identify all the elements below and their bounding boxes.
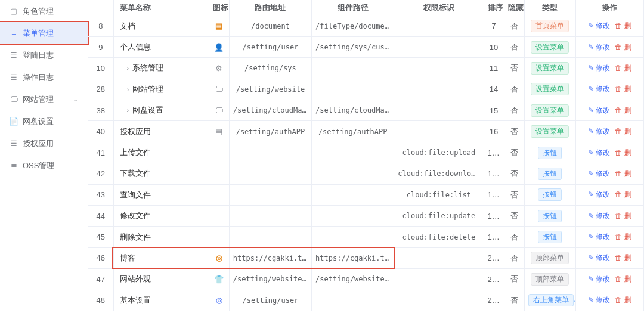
cell-type: 按钮 bbox=[524, 184, 575, 205]
row-icon: ◎ bbox=[216, 296, 222, 305]
delete-button[interactable]: 🗑 删 bbox=[615, 212, 631, 220]
delete-button[interactable]: 🗑 删 bbox=[615, 190, 631, 199]
delete-button[interactable]: 🗑 删 bbox=[615, 64, 631, 72]
edit-button[interactable]: ✎ 修改 bbox=[588, 275, 610, 283]
cell-sort: 15 bbox=[484, 100, 504, 121]
cell-name[interactable]: 授权应用 bbox=[113, 121, 209, 142]
table-row: 47网站外观👕/setting/website/ma…/setting/webs… bbox=[88, 269, 644, 290]
edit-button[interactable]: ✎ 修改 bbox=[588, 253, 610, 262]
delete-button[interactable]: 🗑 删 bbox=[615, 85, 631, 93]
delete-button[interactable]: 🗑 删 bbox=[615, 21, 631, 30]
expand-icon[interactable]: › bbox=[127, 107, 129, 114]
cell-name[interactable]: 网站外观 bbox=[113, 269, 209, 290]
cell-sort: 200 bbox=[484, 247, 504, 268]
expand-icon[interactable]: › bbox=[127, 86, 129, 93]
cell-icon bbox=[209, 184, 229, 205]
cell-cpath: /fileType/document bbox=[312, 16, 394, 36]
cell-index: 42 bbox=[88, 163, 113, 184]
cell-sort: 201 bbox=[484, 269, 504, 290]
cell-sort: 11 bbox=[484, 58, 504, 79]
type-tag: 顶部菜单 bbox=[531, 273, 569, 286]
cell-cpath: https://cgakki.top/ bbox=[312, 247, 394, 268]
cell-icon bbox=[209, 206, 229, 227]
main-content: 菜单名称 图标 路由地址 组件路径 权限标识 排序 隐藏 类型 操作 8文档▤/… bbox=[88, 0, 644, 316]
cell-name[interactable]: 下载文件 bbox=[113, 163, 209, 184]
sidebar-icon: ☰ bbox=[10, 139, 18, 148]
cell-auth bbox=[394, 79, 484, 100]
col-ops: 操作 bbox=[575, 0, 643, 16]
sidebar-item-4[interactable]: 🖵网站管理⌄ bbox=[0, 88, 88, 110]
sidebar-item-1[interactable]: ≡菜单管理 bbox=[0, 22, 88, 44]
type-tag: 按钮 bbox=[538, 168, 562, 180]
cell-auth bbox=[394, 290, 484, 311]
delete-button[interactable]: 🗑 删 bbox=[615, 127, 631, 135]
delete-button[interactable]: 🗑 删 bbox=[615, 296, 631, 304]
cell-ops: ✎ 修改🗑 删 bbox=[575, 16, 643, 36]
cell-icon: ◎ bbox=[209, 247, 229, 268]
cell-name[interactable]: 查询文件 bbox=[113, 184, 209, 205]
edit-button[interactable]: ✎ 修改 bbox=[588, 296, 610, 304]
cell-name[interactable]: 基本设置 bbox=[113, 290, 209, 311]
delete-button[interactable]: 🗑 删 bbox=[615, 148, 631, 157]
cell-name[interactable]: 修改文件 bbox=[113, 206, 209, 227]
delete-button[interactable]: 🗑 删 bbox=[615, 233, 631, 241]
row-icon: ▤ bbox=[215, 21, 222, 30]
cell-icon: 👤 bbox=[209, 36, 229, 57]
cell-cpath: /setting/sys/cusome… bbox=[312, 36, 394, 57]
edit-button[interactable]: ✎ 修改 bbox=[588, 64, 610, 72]
delete-button[interactable]: 🗑 删 bbox=[615, 43, 631, 51]
delete-button[interactable]: 🗑 删 bbox=[615, 106, 631, 114]
edit-button[interactable]: ✎ 修改 bbox=[588, 212, 610, 220]
menu-name-text: 系统管理 bbox=[132, 63, 163, 72]
type-tag: 顶部菜单 bbox=[531, 252, 569, 264]
sidebar-item-5[interactable]: 📄网盘设置 bbox=[0, 110, 88, 132]
cell-ops: ✎ 修改🗑 删 bbox=[575, 121, 643, 142]
cell-route: /document bbox=[229, 16, 311, 36]
cell-auth bbox=[394, 100, 484, 121]
cell-ops: ✎ 修改🗑 删 bbox=[575, 79, 643, 100]
delete-button[interactable]: 🗑 删 bbox=[615, 169, 631, 178]
sidebar-item-3[interactable]: ☰操作日志 bbox=[0, 66, 88, 88]
delete-button[interactable]: 🗑 删 bbox=[615, 275, 631, 283]
cell-cpath bbox=[312, 290, 394, 311]
cell-index: 44 bbox=[88, 206, 113, 227]
edit-button[interactable]: ✎ 修改 bbox=[588, 85, 610, 93]
cell-sort: 202 bbox=[484, 290, 504, 311]
edit-button[interactable]: ✎ 修改 bbox=[588, 148, 610, 157]
cell-name[interactable]: 博客 bbox=[113, 247, 209, 268]
cell-sort: 104 bbox=[484, 227, 504, 247]
edit-button[interactable]: ✎ 修改 bbox=[588, 43, 610, 51]
sidebar-icon: ☰ bbox=[10, 51, 18, 60]
cell-name[interactable]: 文档 bbox=[113, 16, 209, 36]
col-icon: 图标 bbox=[209, 0, 229, 16]
cell-auth: cloud:file:download bbox=[394, 163, 484, 184]
cell-name[interactable]: 个人信息 bbox=[113, 36, 209, 57]
edit-button[interactable]: ✎ 修改 bbox=[588, 233, 610, 241]
edit-button[interactable]: ✎ 修改 bbox=[588, 190, 610, 199]
cell-icon: ▤ bbox=[209, 121, 229, 142]
edit-button[interactable]: ✎ 修改 bbox=[588, 106, 610, 114]
menu-name-text: 基本设置 bbox=[120, 296, 151, 305]
cell-name[interactable]: 删除文件 bbox=[113, 227, 209, 247]
expand-icon[interactable]: › bbox=[127, 64, 129, 72]
cell-ops: ✎ 修改🗑 删 bbox=[575, 269, 643, 290]
row-icon: ◎ bbox=[216, 253, 222, 262]
edit-button[interactable]: ✎ 修改 bbox=[588, 127, 610, 135]
cell-name[interactable]: ›网盘设置 bbox=[113, 100, 209, 121]
delete-button[interactable]: 🗑 删 bbox=[615, 253, 631, 262]
cell-name[interactable]: ›网站管理 bbox=[113, 79, 209, 100]
sidebar-item-label: OSS管理 bbox=[23, 160, 54, 171]
cell-index: 47 bbox=[88, 269, 113, 290]
sidebar-item-2[interactable]: ☰登陆日志 bbox=[0, 44, 88, 66]
col-cpath: 组件路径 bbox=[312, 0, 394, 16]
edit-button[interactable]: ✎ 修改 bbox=[588, 169, 610, 178]
type-tag: 右上角菜单 bbox=[528, 294, 574, 306]
edit-button[interactable]: ✎ 修改 bbox=[588, 21, 610, 30]
cell-name[interactable]: ›系统管理 bbox=[113, 58, 209, 79]
cell-type: 设置菜单 bbox=[524, 36, 575, 57]
sidebar-item-7[interactable]: ≣OSS管理 bbox=[0, 154, 88, 176]
sidebar-item-6[interactable]: ☰授权应用 bbox=[0, 132, 88, 154]
menu-name-text: 文档 bbox=[120, 21, 135, 30]
sidebar-item-0[interactable]: ▢角色管理 bbox=[0, 0, 88, 22]
cell-name[interactable]: 上传文件 bbox=[113, 142, 209, 163]
